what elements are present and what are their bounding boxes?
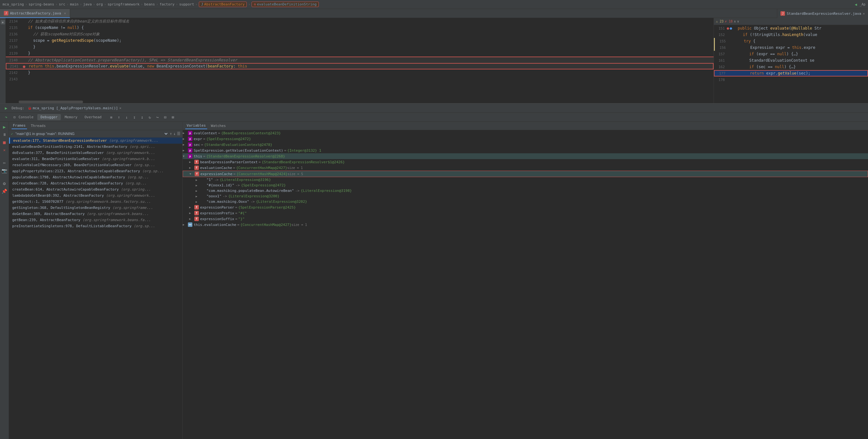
frame-item-377[interactable]: doEvaluate:377, BeanDefinitionValueResol… bbox=[9, 150, 182, 156]
up-arrow-nav[interactable]: ∧ bbox=[734, 20, 736, 23]
var-toggle[interactable]: ▶ bbox=[183, 137, 188, 140]
breadcrumb-item[interactable]: org bbox=[96, 2, 103, 6]
h-scrollbar-right[interactable] bbox=[714, 101, 868, 103]
var-toggle[interactable]: ▶ bbox=[183, 223, 188, 226]
restart-icon[interactable]: ↻ bbox=[147, 114, 153, 121]
var-evaluationcache[interactable]: ▶ f evaluationCache = {ConcurrentHashMap… bbox=[183, 165, 868, 171]
var-expressionparser[interactable]: ▶ f expressionParser = {SpelExpressionPa… bbox=[183, 204, 868, 210]
var-evalcontext[interactable]: ▶ p evalContext = {BeanExpressionContext… bbox=[183, 130, 868, 136]
play-icon[interactable]: ▶ bbox=[1, 124, 8, 130]
breadcrumb-method[interactable]: mevaluateBeanDefinitionString bbox=[252, 2, 319, 7]
step-out-icon[interactable]: ↥ bbox=[139, 114, 146, 121]
breadcrumb-item[interactable]: src bbox=[59, 2, 65, 6]
nav-back-icon[interactable]: ◀ bbox=[855, 2, 857, 7]
database-icon[interactable]: ◉ bbox=[1, 20, 5, 25]
var-expressionsuffix[interactable]: ▶ f expressionSuffix = "}" bbox=[183, 216, 868, 222]
var-this-evaluationcache[interactable]: ▶ oo this.evaluationCache = {ConcurrentH… bbox=[183, 222, 868, 228]
step-into-icon[interactable]: ↧ bbox=[131, 114, 138, 121]
debug-session-close[interactable]: × bbox=[119, 106, 122, 110]
var-toggle[interactable]: ▶ bbox=[183, 143, 188, 146]
resume-button[interactable]: ▶ bbox=[3, 104, 10, 111]
var-toggle[interactable]: ▶ bbox=[196, 184, 201, 187]
var-beanexpressionparsercontext[interactable]: ▶ f beanExpressionParserContext = {Stand… bbox=[183, 159, 868, 165]
var-cache-ooxx1[interactable]: ▶ "ooxx1" -> {LiteralExpression@3200} bbox=[183, 194, 868, 199]
breadcrumb-item[interactable]: beans bbox=[144, 2, 155, 6]
var-toggle[interactable]: ▶ bbox=[189, 211, 194, 215]
var-cache-1[interactable]: ▶ "1" -> {LiteralExpression@3196} bbox=[183, 177, 868, 182]
breadcrumb-item[interactable]: springframework bbox=[107, 2, 139, 6]
var-toggle[interactable]: ▼ bbox=[183, 155, 188, 158]
frame-item-getobj[interactable]: getObject:-1, 1560702077 (org.springfram… bbox=[9, 199, 182, 205]
var-cache-populatebean[interactable]: ▶ "com.mashibing.populateBean.AutowireBe… bbox=[183, 188, 868, 194]
settings-icon[interactable]: ⚙ bbox=[1, 180, 8, 187]
frame-item-311[interactable]: evaluate:311, BeanDefinitionValueResolve… bbox=[9, 156, 182, 162]
align-icon[interactable]: ≡ bbox=[108, 114, 115, 121]
breadcrumb-item[interactable]: java bbox=[83, 2, 92, 6]
frames-tab-frames[interactable]: Frames bbox=[11, 123, 27, 129]
tab-close-button[interactable]: × bbox=[64, 11, 66, 15]
var-this[interactable]: ▼ p this = {StandardBeanExpressionResolv… bbox=[183, 153, 868, 159]
var-expr[interactable]: ▶ p expr = {SpelExpression@2472} bbox=[183, 136, 868, 142]
var-toggle[interactable]: ▶ bbox=[196, 189, 201, 193]
var-toggle[interactable]: ▶ bbox=[196, 200, 201, 203]
breadcrumb-class[interactable]: JAbstractBeanFactory bbox=[199, 2, 247, 7]
var-toggle[interactable]: ▶ bbox=[189, 166, 194, 169]
breakpoint-icon[interactable]: ● bbox=[23, 64, 25, 69]
step-over-button[interactable]: ↷ bbox=[3, 114, 10, 121]
tab-close-right[interactable]: × bbox=[863, 12, 865, 15]
frame-item-239[interactable]: getBean:239, AbstractBeanFactory (org.sp… bbox=[9, 217, 182, 223]
var-expressionprefix[interactable]: ▶ f expressionPrefix = "#{" bbox=[183, 210, 868, 216]
var-toggle[interactable]: ▶ bbox=[196, 195, 201, 198]
frame-item-392[interactable]: lambda$doGetBean$0:392, AbstractBeanFact… bbox=[9, 193, 182, 199]
mute-icon[interactable]: ✂ bbox=[1, 160, 8, 166]
frames-tab-threads[interactable]: Threads bbox=[30, 123, 47, 129]
frame-item-2141[interactable]: evaluateBeanDefinitionString:2141, Abstr… bbox=[9, 144, 182, 150]
tab-standardbeanexpressionresolver[interactable]: J StandardBeanExpressionResolver.java × bbox=[777, 9, 868, 18]
force-icon[interactable]: ↪ bbox=[154, 114, 161, 121]
breadcrumb-item[interactable]: factory bbox=[160, 2, 174, 6]
debug-tab-console[interactable]: ⊟ Console bbox=[10, 114, 37, 120]
frame-item-368[interactable]: getSingleton:368, DefaultSingletonBeanRe… bbox=[9, 205, 182, 211]
nav-forward-icon[interactable]: _Ap bbox=[860, 3, 865, 6]
scrollbar-thumb[interactable] bbox=[19, 101, 83, 103]
tab-abstractbeanfactory[interactable]: J AbstractBeanFactory.java × bbox=[0, 9, 70, 18]
var-toggle[interactable]: ▶ bbox=[183, 149, 188, 152]
var-toggle[interactable]: ▶ bbox=[189, 206, 194, 209]
frame-item-728[interactable]: doCreateBean:728, AbstractAutowireCapabl… bbox=[9, 180, 182, 187]
frame-item-269[interactable]: resolveValueIfNecessary:269, BeanDefinit… bbox=[9, 162, 182, 168]
step-down-icon[interactable]: ↓ bbox=[124, 114, 130, 121]
pause-icon[interactable]: ⏸ bbox=[1, 131, 8, 138]
vars-tab-watches[interactable]: Watches bbox=[210, 123, 227, 129]
var-toggle[interactable]: ▶ bbox=[196, 178, 201, 181]
var-toggle[interactable]: ▶ bbox=[183, 131, 188, 135]
var-cache-ooxx1id[interactable]: ▶ "#{ooxx1.id}" -> {SpelExpression@2472} bbox=[183, 182, 868, 188]
frame-item-2123[interactable]: applyPropertyValues:2123, AbstractAutowi… bbox=[9, 168, 182, 174]
frames-up-btn[interactable]: ↑ bbox=[170, 131, 172, 136]
frame-item-978[interactable]: preInstantiateSingletons:978, DefaultLis… bbox=[9, 223, 182, 229]
breadcrumb-item[interactable]: support bbox=[179, 2, 194, 6]
var-expressioncache[interactable]: ▼ f expressionCache = {ConcurrentHashMap… bbox=[183, 171, 868, 177]
debug-tab-debugger[interactable]: Debugger bbox=[37, 114, 61, 120]
var-sec[interactable]: ▶ p sec = {StandardEvaluationContext@247… bbox=[183, 142, 868, 147]
var-toggle[interactable]: ▶ bbox=[189, 160, 194, 164]
frame-item-1798[interactable]: populateBean:1798, AbstractAutowireCapab… bbox=[9, 174, 182, 180]
frame-item-614[interactable]: createBean:614, AbstractAutowireCapableB… bbox=[9, 187, 182, 193]
debug-tab-overhead[interactable]: Overhead bbox=[82, 114, 105, 120]
var-toggle[interactable]: ▼ bbox=[189, 172, 195, 175]
frame-item-active[interactable]: evaluate:177, StandardBeanExpressionReso… bbox=[9, 138, 182, 144]
frames-filter-btn[interactable]: ☰ bbox=[177, 131, 181, 136]
expand-icon[interactable]: ⊞ bbox=[170, 114, 176, 121]
var-toggle[interactable]: ▶ bbox=[189, 217, 194, 221]
debug-tab-memory[interactable]: Memory bbox=[61, 114, 81, 120]
frame-item-389[interactable]: doGetBean:389, AbstractBeanFactory (org.… bbox=[9, 211, 182, 217]
vars-tab-variables[interactable]: Variables bbox=[185, 123, 207, 129]
stop-icon[interactable]: ■ bbox=[1, 139, 8, 145]
h-scrollbar-left[interactable] bbox=[6, 101, 714, 103]
frames-down-btn[interactable]: ↓ bbox=[174, 131, 176, 136]
breadcrumb-item[interactable]: main bbox=[70, 2, 79, 6]
thread-dropdown[interactable]: "main"@1 in group "main": RUNNING bbox=[14, 131, 168, 136]
pin-icon[interactable]: 📌 bbox=[1, 188, 8, 195]
breadcrumb-item[interactable]: spring-beans bbox=[29, 2, 54, 6]
var-cache-ooxx[interactable]: ▶ "com.mashibing.Ooxx" -> {LiteralExpres… bbox=[183, 199, 868, 204]
camera-icon[interactable]: 📷 bbox=[1, 167, 8, 174]
